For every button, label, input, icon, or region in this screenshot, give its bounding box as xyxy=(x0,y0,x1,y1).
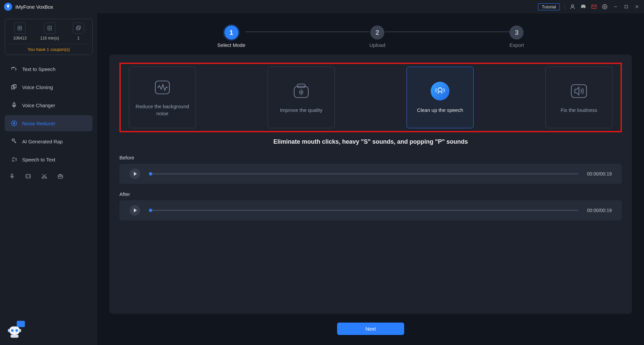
mode-label: Clean up the speech xyxy=(414,107,467,114)
step-number: 1 xyxy=(224,25,238,40)
clean-speech-icon xyxy=(431,82,449,100)
nav-noise-reducer[interactable]: Noise Reducer xyxy=(5,115,93,131)
chatbot-icon[interactable] xyxy=(6,319,26,339)
tts-icon xyxy=(11,66,17,72)
mode-improve-quality[interactable]: Improve the quality xyxy=(268,67,335,128)
app-logo-icon xyxy=(4,3,12,11)
svg-rect-20 xyxy=(11,174,13,177)
play-after-button[interactable] xyxy=(129,205,140,216)
stat-value: 1 xyxy=(77,36,79,41)
stt-icon xyxy=(11,156,17,163)
nav-ai-rap[interactable]: AI Generated Rap xyxy=(5,133,93,149)
svg-rect-36 xyxy=(10,335,18,338)
stat-value: 116 min(s) xyxy=(40,36,59,41)
maximize-icon[interactable] xyxy=(623,4,629,10)
audio-after-bar: 00:00/00:19 xyxy=(119,200,622,220)
track-before[interactable] xyxy=(149,173,578,175)
step-select-mode: 1 Select Mode xyxy=(217,25,245,48)
mode-clean-speech[interactable]: Clean up the speech xyxy=(407,67,474,128)
svg-rect-24 xyxy=(58,175,63,178)
svg-rect-1 xyxy=(8,7,9,8)
svg-point-0 xyxy=(7,5,9,7)
close-icon[interactable] xyxy=(634,4,640,10)
mode-label: Fix the loudness xyxy=(557,107,600,114)
svg-rect-30 xyxy=(17,321,25,327)
svg-point-11 xyxy=(19,27,20,28)
rap-icon xyxy=(11,138,17,145)
nav-text-to-speech[interactable]: Text to Speech xyxy=(5,61,93,77)
svg-rect-34 xyxy=(8,329,9,332)
audio-after-label: After xyxy=(119,191,622,197)
time-after: 00:00/00:19 xyxy=(587,208,612,213)
noise-icon xyxy=(11,120,17,127)
tutorial-button[interactable]: Tutorial xyxy=(538,3,560,10)
sidebar: 106413 116 min(s) 1 You have 1 coupon(s)… xyxy=(0,13,97,345)
account-icon[interactable] xyxy=(570,4,576,10)
svg-point-33 xyxy=(15,329,18,332)
svg-rect-35 xyxy=(20,329,21,332)
toolbox-icon[interactable] xyxy=(57,173,64,180)
time-before: 00:00/00:19 xyxy=(587,171,612,177)
audio-before-bar: 00:00/00:19 xyxy=(119,164,622,184)
step-label: Upload xyxy=(369,42,385,48)
content: 1 Select Mode 2 Upload 3 Export xyxy=(97,13,644,345)
svg-rect-31 xyxy=(9,327,20,335)
svg-point-4 xyxy=(604,6,606,8)
step-upload: 2 Upload xyxy=(369,25,385,48)
play-before-button[interactable] xyxy=(129,168,140,179)
titlebar-divider xyxy=(565,3,565,10)
nav-speech-to-text[interactable]: Speech to Text xyxy=(5,151,93,167)
coupon-banner[interactable]: You have 1 coupon(s) xyxy=(8,44,90,55)
mail-icon[interactable] xyxy=(591,4,597,10)
characters-icon xyxy=(14,22,25,34)
audio-before-block: Before 00:00/00:19 xyxy=(119,155,622,184)
stepper: 1 Select Mode 2 Upload 3 Export xyxy=(109,13,632,55)
stat-value: 106413 xyxy=(13,36,26,41)
audio-after-block: After 00:00/00:19 xyxy=(119,191,622,220)
mode-fix-loudness[interactable]: Fix the loudness xyxy=(545,67,612,128)
track-after[interactable] xyxy=(149,210,578,211)
svg-point-32 xyxy=(11,329,14,332)
mode-highlight-box: Reduce the background noise Improve the … xyxy=(119,63,622,132)
next-button[interactable]: Next xyxy=(337,323,404,335)
svg-rect-15 xyxy=(12,86,14,89)
svg-rect-27 xyxy=(297,84,306,88)
nav-voice-cloning[interactable]: Voice Cloning xyxy=(5,79,93,95)
svg-point-5 xyxy=(602,4,607,9)
mode-label: Reduce the background noise xyxy=(129,103,196,117)
app-title: iMyFone VoxBox xyxy=(15,4,53,10)
tool-row xyxy=(5,173,93,180)
mode-reduce-noise[interactable]: Reduce the background noise xyxy=(129,67,196,128)
stat-characters[interactable]: 106413 xyxy=(13,22,26,41)
tagline: Eliminate mouth clicks, heavy "S" sounds… xyxy=(119,138,622,145)
svg-rect-16 xyxy=(13,85,16,88)
step-line xyxy=(245,31,369,32)
track-handle[interactable] xyxy=(149,209,152,212)
nav-voice-changer[interactable]: Voice Changer xyxy=(5,97,93,113)
convert-icon[interactable] xyxy=(25,173,32,180)
record-icon[interactable] xyxy=(9,173,15,180)
step-number: 2 xyxy=(370,25,384,40)
nav-label: Voice Changer xyxy=(22,102,55,108)
play-icon xyxy=(134,172,137,176)
cut-icon[interactable] xyxy=(41,173,48,180)
nav-label: AI Generated Rap xyxy=(22,139,63,144)
discord-icon[interactable] xyxy=(580,4,586,10)
stat-minutes[interactable]: 116 min(s) xyxy=(40,22,59,41)
svg-rect-14 xyxy=(77,26,80,29)
mode-label: Improve the quality xyxy=(277,107,326,114)
step-number: 3 xyxy=(509,25,524,40)
fix-loudness-icon xyxy=(570,82,588,100)
titlebar: iMyFone VoxBox Tutorial xyxy=(0,0,644,13)
svg-rect-17 xyxy=(13,103,15,106)
changer-icon xyxy=(11,102,17,109)
step-label: Select Mode xyxy=(217,42,245,48)
svg-rect-7 xyxy=(625,5,628,8)
stat-count[interactable]: 1 xyxy=(73,22,84,41)
minimize-icon[interactable] xyxy=(612,4,619,10)
main-panel: Reduce the background noise Improve the … xyxy=(109,55,632,314)
track-handle[interactable] xyxy=(149,172,152,176)
nav-label: Speech to Text xyxy=(22,157,55,162)
nav-label: Voice Cloning xyxy=(22,84,53,90)
settings-icon[interactable] xyxy=(602,4,608,10)
